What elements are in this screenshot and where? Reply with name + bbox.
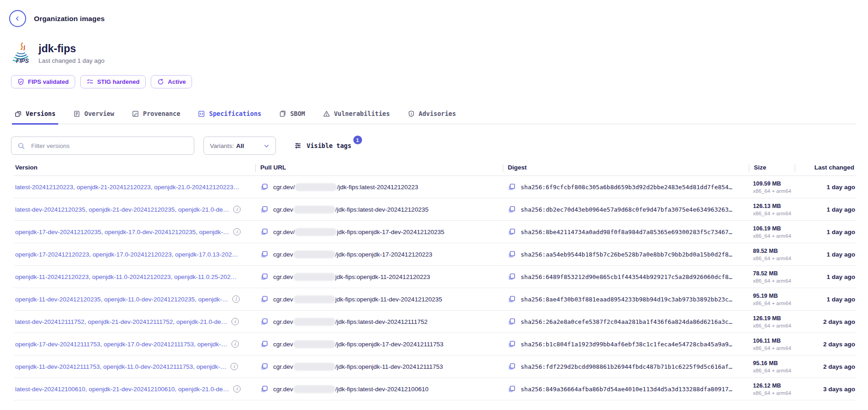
info-icon[interactable]: i [233,228,241,235]
pull-url-cell: cgr.devjdk-fips:openjdk-11-dev-202412120… [255,295,503,303]
badge-label: FIPS validated [28,78,69,85]
tab-label: SBOM [290,110,305,117]
digest-text: sha256:8be42114734a0add98f0f8a984d7a8536… [521,229,732,235]
filter-versions-field[interactable] [11,137,194,155]
version-tags-link[interactable]: openjdk-11-dev-202412111753, openjdk-11.… [15,363,226,370]
redacted-org-name [293,385,335,393]
size-arch: x86_64 + arm64 [753,211,795,216]
copy-icon[interactable] [260,318,268,326]
visible-tags-button[interactable]: Visible tags 1 [294,142,352,149]
chevron-left-icon [15,16,21,22]
pull-url-text: cgr.devjdk-fips:openjdk-11-202412120223 [273,273,430,281]
tab-versions[interactable]: Versions [12,110,58,125]
variants-select-value: All [236,142,264,149]
pull-url-suffix: jdk-fips:openjdk-17-dev-202412120235 [337,229,444,235]
copy-icon[interactable] [260,183,268,191]
digest-cell: sha256:db2ec70d43eb0964e57a9d68c0fe9d47b… [503,206,749,213]
pull-url-text: cgr.devjdk-fips:openjdk-11-dev-202412120… [273,295,442,303]
copy-icon[interactable] [260,363,268,371]
pull-url-cell: cgr.devjdk-fips:openjdk-11-202412120223 [255,273,503,281]
copy-icon[interactable] [260,385,268,393]
column-header-last-changed: Last changed [795,164,856,171]
redacted-org-name [293,273,335,281]
shield-check-icon [17,78,24,85]
table-row: openjdk-11-dev-202412111753, openjdk-11.… [14,355,856,378]
version-tags-link[interactable]: openjdk-11-202412120223, openjdk-11.0-20… [15,273,236,280]
pull-url-text: cgr.dev/jdk-fips:openjdk-17-dev-20241212… [273,228,444,236]
pull-url-cell: cgr.dev/jdk-fips:openjdk-17-dev-20241212… [255,228,503,236]
last-changed-cell: 3 days ago [795,386,856,393]
version-tags-link[interactable]: latest-dev-202412100610, openjdk-21-dev-… [15,386,229,393]
table-row: openjdk-17-dev-202412111753, openjdk-17.… [14,333,856,355]
copy-icon[interactable] [260,228,268,236]
tab-sbom[interactable]: SBOM [276,110,308,125]
version-tags-link[interactable]: openjdk-17-202412120223, openjdk-17.0-20… [15,251,238,258]
pull-url-suffix: /jdk-fips:openjdk-17-dev-202412111753 [335,341,444,348]
copy-icon[interactable] [508,385,516,393]
copy-icon[interactable] [260,295,268,303]
tab-provenance[interactable]: Provenance [129,110,183,125]
copy-icon[interactable] [508,363,516,371]
digest-cell: sha256:fdf229d2bcdd908861b26944fbdc487b7… [503,363,749,371]
digest-text: sha256:aa54eb9544b18f5b7c26be528b7a0e8bb… [521,251,732,258]
version-tags-link[interactable]: latest-dev-202412111752, openjdk-21-dev-… [15,318,227,325]
copy-icon[interactable] [260,340,268,348]
pull-url-prefix: cgr.dev/ [273,184,295,191]
variants-select[interactable]: Variants: All [203,137,276,155]
copy-icon[interactable] [260,206,268,213]
badge-stig-hardened: STIG hardened [80,75,146,88]
size-cell: 126.19 MB x86_64 + arm64 [749,315,795,328]
copy-icon[interactable] [508,183,516,191]
tab-advisories[interactable]: Advisories [405,110,459,125]
versions-table: Version Pull URL Digest Size Last change… [14,162,856,400]
size-value: 106.11 MB [753,338,795,344]
copy-icon[interactable] [508,273,516,281]
version-tags-link[interactable]: openjdk-11-dev-202412120235, openjdk-11.… [15,296,228,303]
copy-icon[interactable] [260,251,268,258]
version-cell: latest-dev-202412100610, openjdk-21-dev-… [14,385,255,393]
info-icon[interactable]: i [231,363,238,370]
last-changed-cell: 1 day ago [795,184,856,191]
version-tags-link[interactable]: latest-202412120223, openjdk-21-20241212… [15,184,239,191]
page-title: Organization images [34,15,104,23]
filter-versions-input[interactable] [30,142,188,150]
digest-cell: sha256:849a36664afba86b7d54ae4010e113d4d… [503,385,749,393]
info-icon[interactable]: i [231,340,239,348]
pull-url-cell: cgr.dev/jdk-fips:latest-dev-202412111752 [255,318,503,326]
info-icon[interactable]: i [231,318,239,325]
version-tags-link[interactable]: openjdk-17-dev-202412111753, openjdk-17.… [15,341,227,348]
image-name: jdk-fips [38,43,104,55]
copy-icon[interactable] [508,251,516,258]
table-row: latest-dev-202412100610, openjdk-21-dev-… [14,378,856,400]
size-cell: 109.59 MB x86_64 + arm64 [749,180,795,194]
badge-fips-validated: FIPS validated [11,75,75,88]
size-value: 95.16 MB [753,360,795,366]
version-cell: openjdk-11-202412120223, openjdk-11.0-20… [14,273,255,280]
version-cell: openjdk-11-dev-202412120235, openjdk-11.… [14,295,255,303]
info-icon[interactable]: i [232,295,240,303]
copy-icon[interactable] [508,318,516,326]
copy-icon[interactable] [508,228,516,236]
list-check-icon [87,78,93,85]
versions-toolbar: Variants: All Visible tags 1 [11,137,854,155]
last-changed-cell: 2 days ago [795,341,856,348]
last-changed-cell: 1 day ago [795,273,856,280]
digest-text: sha256:849a36664afba86b7d54ae4010e113d4d… [521,386,732,393]
code-square-icon [198,110,205,117]
pull-url-text: cgr.dev/jdk-fips:openjdk-17-202412120223 [273,251,432,258]
info-icon[interactable]: i [233,385,241,393]
copy-icon[interactable] [508,206,516,213]
version-tags-link[interactable]: latest-dev-202412120235, openjdk-21-dev-… [15,206,229,213]
tab-vulnerabilities[interactable]: Vulnerabilities [320,110,393,125]
copy-icon[interactable] [508,295,516,303]
digest-cell: sha256:8ae4f30b03f881eaad8954233b98b94d1… [503,295,749,303]
copy-icon[interactable] [260,273,268,281]
back-button[interactable] [9,10,26,27]
tab-specifications[interactable]: Specifications [195,110,264,125]
copy-icon[interactable] [508,340,516,348]
tab-overview[interactable]: Overview [71,110,117,125]
info-icon[interactable]: i [233,206,241,213]
tab-label: Specifications [209,110,261,117]
svg-text:FIPS: FIPS [16,58,29,64]
version-tags-link[interactable]: openjdk-17-dev-202412120235, openjdk-17.… [15,229,229,235]
